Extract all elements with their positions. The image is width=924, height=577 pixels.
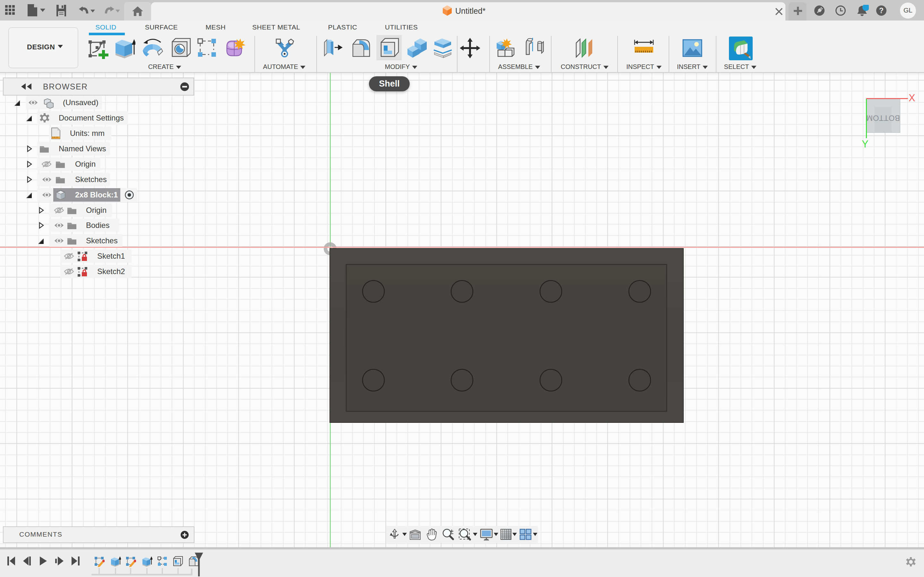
svg-text:?: ? <box>879 6 884 15</box>
